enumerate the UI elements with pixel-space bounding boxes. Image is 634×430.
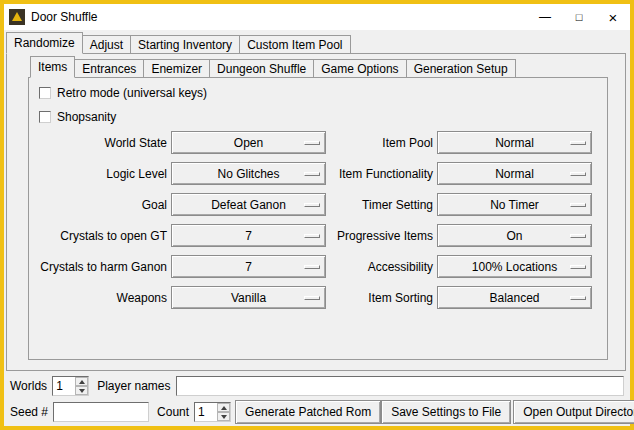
dropdown-world-state-value: Open	[234, 136, 263, 150]
items-tab-panel: Retro mode (universal keys) Shopsanity W…	[28, 77, 608, 360]
label-item-functionality: Item Functionality	[330, 167, 433, 181]
arrow-down-icon	[221, 415, 227, 419]
minimize-button[interactable]: —	[528, 4, 562, 30]
open-output-directory-button[interactable]: Open Output Directory	[513, 400, 634, 424]
tab-game-options[interactable]: Game Options	[313, 59, 406, 78]
tab-generation-setup[interactable]: Generation Setup	[406, 59, 516, 78]
count-input[interactable]	[195, 403, 217, 421]
dropdown-accessibility[interactable]: 100% Locations	[437, 255, 592, 278]
shopsanity-row: Shopsanity	[39, 109, 116, 125]
label-crystals-ganon: Crystals to harm Ganon	[37, 260, 167, 274]
outer-tab-bar: Randomize Adjust Starting Inventory Cust…	[6, 32, 350, 54]
seed-input[interactable]	[53, 402, 149, 422]
label-logic-level: Logic Level	[37, 167, 167, 181]
dropdown-indicator-icon	[304, 265, 320, 269]
worlds-spinbox	[52, 376, 89, 396]
dropdown-crystals-ganon[interactable]: 7	[171, 255, 326, 278]
dropdown-timer-setting-value: No Timer	[490, 198, 539, 212]
seed-label: Seed #	[10, 405, 48, 419]
dropdown-item-functionality[interactable]: Normal	[437, 162, 592, 185]
label-item-sorting: Item Sorting	[330, 291, 433, 305]
worlds-input[interactable]	[53, 377, 75, 395]
dropdown-indicator-icon	[570, 234, 586, 238]
tab-custom-item-pool[interactable]: Custom Item Pool	[239, 35, 350, 54]
dropdown-item-pool[interactable]: Normal	[437, 131, 592, 154]
dropdown-indicator-icon	[570, 172, 586, 176]
count-spin-up[interactable]	[217, 403, 230, 412]
window-controls: — □ ×	[528, 4, 630, 30]
maximize-button[interactable]: □	[562, 4, 596, 30]
dropdown-timer-setting[interactable]: No Timer	[437, 193, 592, 216]
dropdown-progressive-items[interactable]: On	[437, 224, 592, 247]
count-label: Count	[157, 405, 189, 419]
dropdown-indicator-icon	[304, 141, 320, 145]
dropdown-indicator-icon	[304, 296, 320, 300]
dropdown-indicator-icon	[570, 265, 586, 269]
label-accessibility: Accessibility	[330, 260, 433, 274]
worlds-spin-arrows	[75, 377, 88, 395]
label-goal: Goal	[37, 198, 167, 212]
dropdown-logic-level[interactable]: No Glitches	[171, 162, 326, 185]
save-settings-button[interactable]: Save Settings to File	[381, 400, 511, 424]
window: Door Shuffle — □ × Randomize Adjust Star…	[0, 0, 634, 430]
label-weapons: Weapons	[37, 291, 167, 305]
app-icon	[9, 9, 25, 25]
inner-tab-bar: Items Entrances Enemizer Dungeon Shuffle…	[30, 56, 515, 78]
window-title: Door Shuffle	[31, 10, 98, 24]
shopsanity-label: Shopsanity	[57, 110, 116, 124]
label-timer-setting: Timer Setting	[330, 198, 433, 212]
dropdown-world-state[interactable]: Open	[171, 131, 326, 154]
shopsanity-checkbox[interactable]	[39, 111, 51, 123]
dropdown-crystals-gt[interactable]: 7	[171, 224, 326, 247]
count-spinbox	[194, 402, 231, 422]
minimize-icon: —	[539, 11, 551, 23]
label-progressive-items: Progressive Items	[330, 229, 433, 243]
worlds-label: Worlds	[10, 379, 47, 393]
tab-adjust[interactable]: Adjust	[82, 35, 131, 54]
count-spin-down[interactable]	[217, 412, 230, 421]
dropdown-logic-level-value: No Glitches	[217, 167, 279, 181]
tab-dungeon-shuffle[interactable]: Dungeon Shuffle	[209, 59, 314, 78]
worlds-spin-down[interactable]	[75, 386, 88, 395]
retro-mode-label: Retro mode (universal keys)	[57, 86, 207, 100]
retro-mode-row: Retro mode (universal keys)	[39, 85, 207, 101]
arrow-up-icon	[79, 380, 85, 384]
seed-row: Seed # Count Generate Patched Rom Save S…	[10, 400, 624, 424]
dropdown-weapons-value: Vanilla	[231, 291, 266, 305]
player-names-input[interactable]	[176, 376, 625, 396]
maximize-icon: □	[576, 12, 583, 23]
tab-starting-inventory[interactable]: Starting Inventory	[130, 35, 240, 54]
player-names-label: Player names	[97, 379, 170, 393]
dropdown-weapons[interactable]: Vanilla	[171, 286, 326, 309]
generate-patched-rom-button[interactable]: Generate Patched Rom	[235, 400, 381, 424]
dropdown-crystals-ganon-value: 7	[245, 260, 252, 274]
count-spin-arrows	[217, 403, 230, 421]
close-button[interactable]: ×	[596, 4, 630, 30]
dropdown-indicator-icon	[570, 141, 586, 145]
dropdown-indicator-icon	[304, 234, 320, 238]
dropdown-indicator-icon	[304, 203, 320, 207]
dropdown-indicator-icon	[570, 203, 586, 207]
dropdown-item-functionality-value: Normal	[495, 167, 534, 181]
dropdown-crystals-gt-value: 7	[245, 229, 252, 243]
dropdown-goal[interactable]: Defeat Ganon	[171, 193, 326, 216]
dropdown-item-pool-value: Normal	[495, 136, 534, 150]
retro-mode-checkbox[interactable]	[39, 87, 51, 99]
worlds-row: Worlds Player names	[10, 375, 624, 397]
arrow-down-icon	[79, 389, 85, 393]
close-icon: ×	[609, 10, 618, 25]
arrow-up-icon	[221, 406, 227, 410]
dropdown-item-sorting[interactable]: Balanced	[437, 286, 592, 309]
tab-entrances[interactable]: Entrances	[74, 59, 144, 78]
worlds-spin-up[interactable]	[75, 377, 88, 386]
dropdown-indicator-icon	[570, 296, 586, 300]
dropdown-indicator-icon	[304, 172, 320, 176]
label-crystals-gt: Crystals to open GT	[37, 229, 167, 243]
settings-grid: World State Open Item Pool Normal Logic …	[37, 131, 592, 309]
tab-items[interactable]: Items	[30, 56, 75, 78]
label-item-pool: Item Pool	[330, 136, 433, 150]
dropdown-progressive-items-value: On	[506, 229, 522, 243]
dropdown-accessibility-value: 100% Locations	[472, 260, 557, 274]
tab-randomize[interactable]: Randomize	[6, 32, 83, 54]
tab-enemizer[interactable]: Enemizer	[143, 59, 210, 78]
